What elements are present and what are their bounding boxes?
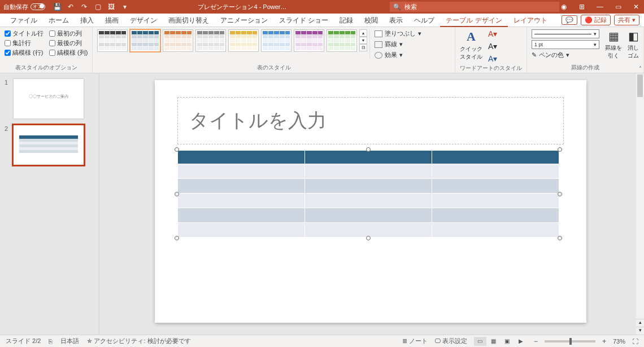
app-options-icon[interactable]: ⊞ <box>577 3 586 11</box>
group-label: 表のスタイル <box>97 63 450 73</box>
maximize-icon[interactable]: ▭ <box>613 3 623 11</box>
display-settings-button[interactable]: 🖵 表示設定 <box>434 337 467 345</box>
close-icon[interactable]: ✕ <box>632 3 641 11</box>
selection-handle[interactable] <box>175 236 179 240</box>
table-object[interactable] <box>177 150 559 238</box>
zoom-in-icon[interactable]: + <box>602 337 606 345</box>
vertical-scrollbar[interactable] <box>636 73 644 335</box>
tab-animations[interactable]: アニメーション <box>215 14 273 27</box>
selection-handle[interactable] <box>558 236 562 240</box>
comments-button[interactable]: 💬 <box>562 15 577 25</box>
ribbon-tabs: ファイル ホーム 挿入 描画 デザイン 画面切り替え アニメーション スライド … <box>0 14 644 27</box>
table-style-thumb[interactable] <box>294 29 324 52</box>
effects-button[interactable]: 効果 ▾ <box>375 51 421 59</box>
prev-slide-icon[interactable]: ▴ <box>636 319 644 327</box>
selection-handle[interactable] <box>366 236 371 240</box>
pen-style-dropdown[interactable]: ▾ <box>532 29 599 38</box>
group-draw-borders: ▾ 1 pt▾ ✎ペンの色 ▾ ▦ 罫線を 引く ◧ 消し ゴム 罫線の作成 <box>527 27 644 73</box>
slide-counter[interactable]: スライド 2/2 <box>6 337 41 345</box>
text-effects-icon[interactable]: A▾ <box>488 54 497 63</box>
sorter-view-icon[interactable]: ▦ <box>488 337 500 346</box>
selection-handle[interactable] <box>558 147 562 152</box>
tab-record[interactable]: 記録 <box>334 14 359 27</box>
chk-first-col[interactable]: 最初の列 <box>49 29 88 38</box>
zoom-slider[interactable] <box>545 340 595 342</box>
table-style-thumb[interactable] <box>130 29 160 52</box>
group-wordart-styles: A クイック スタイル A▾ A▾ A▾ ワードアートのスタイル <box>455 27 527 73</box>
from-beginning-icon[interactable]: ▢ <box>94 3 102 11</box>
chk-total-row[interactable]: 集計行 <box>5 39 43 47</box>
autosave-toggle[interactable]: 自動保存 オフ <box>3 3 45 11</box>
slide-thumbnail[interactable]: 1 〇〇サービスのご案内 <box>5 79 94 118</box>
save-icon[interactable]: 💾 <box>53 3 61 11</box>
gallery-up-icon[interactable]: ▴ <box>359 29 367 37</box>
tab-file[interactable]: ファイル <box>5 14 43 27</box>
table-style-thumb[interactable] <box>97 29 128 52</box>
tab-view[interactable]: 表示 <box>384 14 408 27</box>
picture-icon[interactable]: 🖼 <box>107 3 115 11</box>
qat-dropdown-icon[interactable]: ▾ <box>121 3 129 11</box>
reading-view-icon[interactable]: ▣ <box>501 337 514 346</box>
minimize-icon[interactable]: — <box>595 3 604 11</box>
tab-insert[interactable]: 挿入 <box>75 14 99 27</box>
chk-banded-cols[interactable]: 縞模様 (列) <box>49 49 88 57</box>
account-icon[interactable]: ◉ <box>559 3 568 11</box>
collapse-ribbon-icon[interactable]: ˄ <box>639 65 642 72</box>
selection-handle[interactable] <box>175 192 179 196</box>
text-fill-icon[interactable]: A▾ <box>488 29 497 38</box>
pen-color-button[interactable]: ✎ペンの色 ▾ <box>532 51 599 59</box>
selection-handle[interactable] <box>175 147 179 152</box>
quick-styles-button[interactable]: A クイック スタイル <box>460 29 482 61</box>
slide-thumbnail[interactable]: 2 <box>5 125 94 165</box>
text-outline-icon[interactable]: A▾ <box>488 42 497 51</box>
fit-to-window-icon[interactable]: ⛶ <box>632 338 638 345</box>
chk-last-col[interactable]: 最後の列 <box>49 39 88 47</box>
group-table-styles: ▴ ▾ ⊟ 塗りつぶし ▾ 罫線 ▾ 効果 ▾ 表のスタイル <box>93 27 455 73</box>
gallery-down-icon[interactable]: ▾ <box>359 37 367 44</box>
tab-help[interactable]: ヘルプ <box>408 14 440 27</box>
normal-view-icon[interactable]: ▭ <box>474 337 486 346</box>
search-icon: 🔍 <box>393 3 401 11</box>
search-box[interactable]: 🔍 検索 <box>390 2 559 12</box>
borders-button[interactable]: 罫線 ▾ <box>375 40 421 49</box>
tab-layout[interactable]: レイアウト <box>508 14 553 27</box>
share-button[interactable]: 共有 ▾ <box>614 15 639 25</box>
zoom-percent[interactable]: 73% <box>613 338 625 345</box>
selection-handle[interactable] <box>558 192 562 196</box>
title-placeholder[interactable]: タイトルを入力 <box>177 97 564 144</box>
table-style-thumb[interactable] <box>195 29 226 52</box>
eraser-icon: ◧ <box>628 29 639 43</box>
zoom-out-icon[interactable]: − <box>534 337 538 345</box>
language-indicator[interactable]: 日本語 <box>60 337 79 345</box>
group-table-style-options: タイトル行 最初の列 集計行 最後の列 縞模様 (行) 縞模様 (列) 表スタイ… <box>0 27 93 73</box>
slideshow-view-icon[interactable]: ▶ <box>515 337 527 346</box>
accessibility-checker[interactable]: ✯ アクセシビリティ: 検討が必要です <box>87 337 190 345</box>
tab-table-design[interactable]: テーブル デザイン <box>440 14 507 27</box>
table-style-thumb[interactable] <box>163 29 193 52</box>
eraser-button[interactable]: ◧ 消し ゴム <box>628 29 639 60</box>
bucket-icon <box>375 30 382 37</box>
draw-table-button[interactable]: ▦ 罫線を 引く <box>605 29 622 60</box>
tab-transitions[interactable]: 画面切り替え <box>163 14 215 27</box>
tab-draw[interactable]: 描画 <box>99 14 124 27</box>
chk-header-row[interactable]: タイトル行 <box>5 29 43 38</box>
table-style-thumb[interactable] <box>261 29 291 52</box>
undo-icon[interactable]: ↶ <box>67 3 75 11</box>
selection-handle[interactable] <box>366 147 371 152</box>
pen-weight-dropdown[interactable]: 1 pt▾ <box>532 40 599 49</box>
tab-slideshow[interactable]: スライド ショー <box>273 14 334 27</box>
shading-button[interactable]: 塗りつぶし ▾ <box>375 29 421 38</box>
next-slide-icon[interactable]: ▾ <box>636 327 644 335</box>
table-style-thumb[interactable] <box>327 29 357 52</box>
slide-editor[interactable]: タイトルを入力 <box>99 73 644 335</box>
table-style-thumb[interactable] <box>228 29 259 52</box>
tab-review[interactable]: 校閲 <box>359 14 384 27</box>
redo-icon[interactable]: ↷ <box>80 3 88 11</box>
gallery-more-icon[interactable]: ⊟ <box>359 44 367 51</box>
record-button[interactable]: 🔴 記録 <box>581 15 611 25</box>
tab-home[interactable]: ホーム <box>43 14 75 27</box>
tab-design[interactable]: デザイン <box>124 14 163 27</box>
notes-button[interactable]: ≣ ノート <box>402 337 428 345</box>
chk-banded-rows[interactable]: 縞模様 (行) <box>5 49 43 57</box>
spellcheck-icon[interactable]: ⎘ <box>49 338 53 345</box>
